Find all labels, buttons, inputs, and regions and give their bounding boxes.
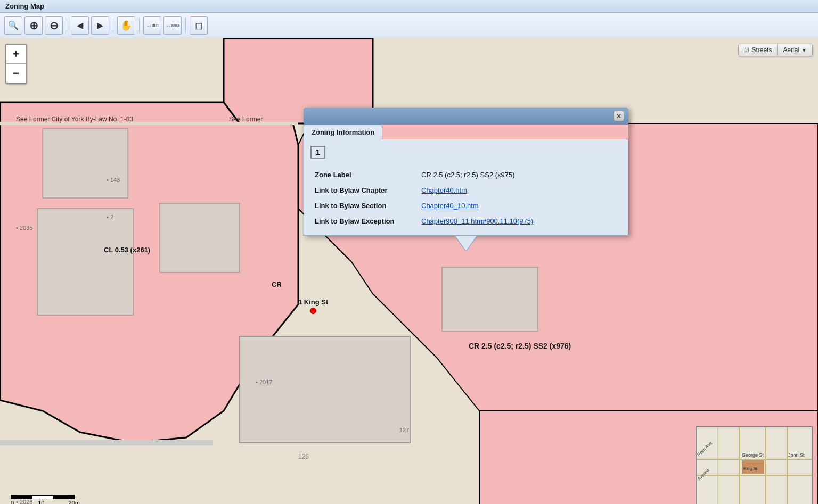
popup-titlebar: ×: [304, 108, 628, 125]
info-row: Zone LabelCR 2.5 (c2.5; r2.5) SS2 (x975): [310, 167, 621, 183]
zoom-out-tool-button[interactable]: ⊖: [45, 16, 63, 35]
map-area[interactable]: • 143 • 2 • 2035 • 2017 126 • 2026 127 +…: [0, 38, 818, 504]
svg-rect-7: [160, 203, 240, 272]
svg-text:King St: King St: [743, 466, 758, 471]
title-bar: Zoning Map: [0, 0, 818, 13]
forward-tool-button[interactable]: ▶: [91, 16, 109, 35]
measure-area-button[interactable]: ↔area: [163, 16, 182, 35]
tab-container: Zoning Information: [304, 125, 628, 139]
back-tool-button[interactable]: ◀: [71, 16, 89, 35]
info-row: Link to Bylaw SectionChapter40_10.htm: [310, 198, 621, 213]
svg-text:126: 126: [298, 453, 309, 460]
info-value: CR 2.5 (c2.5; r2.5) SS2 (x975): [417, 167, 621, 183]
popup-body: 1 Zone LabelCR 2.5 (c2.5; r2.5) SS2 (x97…: [304, 139, 628, 236]
svg-rect-6: [37, 209, 133, 315]
popup-tail: [455, 236, 477, 251]
toolbar-separator-1: [67, 18, 67, 33]
aerial-layer-button[interactable]: Aerial ▼: [778, 44, 812, 56]
zoom-out-button[interactable]: −: [6, 64, 26, 83]
cr-zone-label-large: CR 2.5 (c2.5; r2.5) SS2 (x976): [469, 342, 571, 350]
info-label: Link to Bylaw Exception: [310, 213, 417, 229]
svg-text:George St: George St: [742, 452, 764, 458]
info-row: Link to Bylaw ExceptionChapter900_11.htm…: [310, 213, 621, 229]
info-label: Zone Label: [310, 167, 417, 183]
mini-map: Fern Ave George St King St John St Averl…: [696, 426, 813, 504]
info-link[interactable]: Chapter40.htm: [421, 186, 467, 194]
clear-button[interactable]: ◻: [190, 16, 208, 35]
cl-zone-label: CL 0.53 (x261): [104, 246, 150, 254]
bylaw-label-1: See Former City of York By-Law No. 1-83: [16, 115, 133, 123]
streets-label: Streets: [751, 46, 772, 54]
svg-text:• 2: • 2: [107, 214, 113, 220]
info-value: Chapter40_10.htm: [417, 198, 621, 213]
svg-rect-8: [240, 336, 410, 443]
scale-label-10: 10: [38, 500, 44, 504]
zoom-in-button[interactable]: +: [6, 45, 26, 64]
popup-tab[interactable]: Zoning Information: [304, 125, 382, 139]
aerial-label: Aerial: [783, 46, 799, 54]
streets-check-icon: ☑: [744, 47, 749, 54]
info-row: Link to Bylaw ChapterChapter40.htm: [310, 183, 621, 198]
measure-distance-button[interactable]: ↔dist: [143, 16, 161, 35]
info-value: Chapter900_11.htm#900.11.10(975): [417, 213, 621, 229]
zoom-controls: + −: [5, 44, 27, 84]
info-link[interactable]: Chapter900_11.htm#900.11.10(975): [421, 217, 533, 225]
aerial-dropdown-icon: ▼: [801, 47, 807, 53]
svg-text:• 143: • 143: [107, 177, 120, 183]
info-link[interactable]: Chapter40_10.htm: [421, 202, 479, 210]
zoom-in-tool-button[interactable]: ⊕: [24, 16, 43, 35]
red-dot: [310, 308, 316, 314]
svg-rect-5: [43, 129, 128, 198]
info-label: Link to Bylaw Chapter: [310, 183, 417, 198]
scale-bar: 0 10 20m: [11, 495, 80, 504]
location-pin: 1 King St: [298, 298, 328, 314]
scale-label-20: 20m: [69, 500, 80, 504]
location-label: 1 King St: [298, 298, 328, 306]
svg-text:127: 127: [399, 427, 409, 433]
search-tool-button[interactable]: 🔍: [4, 16, 22, 35]
layer-control: ☑ Streets Aerial ▼: [738, 44, 813, 56]
cr-zone-small: CR: [272, 280, 282, 288]
popup-close-button[interactable]: ×: [614, 111, 624, 121]
app-title: Zoning Map: [5, 2, 44, 10]
toolbar-separator-2: [113, 18, 113, 33]
toolbar-separator-3: [139, 18, 140, 33]
info-label: Link to Bylaw Section: [310, 198, 417, 213]
info-table: Zone LabelCR 2.5 (c2.5; r2.5) SS2 (x975)…: [310, 167, 621, 229]
svg-text:John St: John St: [788, 452, 805, 458]
svg-text:• 2017: • 2017: [256, 379, 272, 385]
popup-dialog: × Zoning Information 1 Zone LabelCR 2.5 …: [304, 108, 628, 236]
index-badge: 1: [310, 146, 325, 159]
scale-label-0: 0: [11, 500, 14, 504]
svg-text:• 2035: • 2035: [16, 225, 32, 231]
toolbar: 🔍 ⊕ ⊖ ◀ ▶ ✋ ↔dist ↔area ◻: [0, 13, 818, 38]
toolbar-separator-4: [185, 18, 186, 33]
pan-tool-button[interactable]: ✋: [117, 16, 135, 35]
bylaw-label-2: See Former: [229, 115, 263, 123]
svg-rect-9: [442, 267, 538, 331]
info-value: Chapter40.htm: [417, 183, 621, 198]
streets-layer-button[interactable]: ☑ Streets: [739, 44, 778, 56]
